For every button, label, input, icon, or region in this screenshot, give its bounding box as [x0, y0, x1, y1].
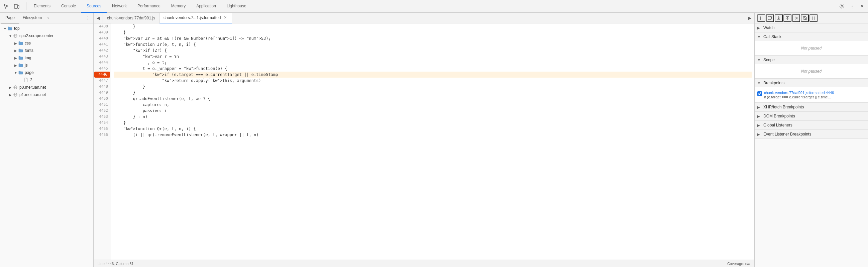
section-label: XHR/fetch Breakpoints [763, 105, 804, 110]
tree-arrow: ▶ [13, 64, 18, 67]
code-line: "kw">function Jr(e, t, n, i) { [114, 41, 752, 48]
tree-item-top[interactable]: ▼top [0, 25, 93, 32]
section-content-scope: Not paused [755, 64, 868, 78]
code-tabs-bar: ◀ chunk-vendors.77daf991.js chunk-vendor… [94, 13, 754, 23]
step-over-btn[interactable] [766, 14, 774, 22]
line-number: 4448 [94, 84, 111, 90]
section-header-xhr-fetch[interactable]: ▶XHR/fetch Breakpoints [755, 103, 868, 111]
deactivate-breakpoints-btn[interactable] [801, 14, 809, 22]
tab-lighthouse[interactable]: Lighthouse [221, 0, 252, 13]
close-code-tab-btn[interactable]: ✕ [223, 16, 228, 20]
section-header-dom-breakpoints[interactable]: ▶DOM Breakpoints [755, 112, 868, 120]
right-panel: ⏸ ⏸ ▶Watch▼Call StackNot paused▼ScopeNot… [754, 13, 868, 267]
code-panel: ◀ chunk-vendors.77daf991.js chunk-vendor… [94, 13, 754, 267]
tree-arrow: ▶ [8, 93, 13, 97]
tree-item-fonts[interactable]: ▶fonts [0, 47, 93, 54]
line-number[interactable]: 4446 [94, 71, 110, 78]
folder-icon [18, 55, 23, 61]
tab-network[interactable]: Network [107, 0, 132, 13]
folder-icon [18, 70, 23, 75]
tree-item-2[interactable]: 2 [0, 76, 93, 84]
section-header-call-stack[interactable]: ▼Call Stack [755, 32, 868, 41]
line-number: 4440 [94, 35, 111, 41]
settings-btn[interactable] [837, 2, 846, 11]
section-dom-breakpoints: ▶DOM Breakpoints [755, 112, 868, 121]
close-devtools-btn[interactable]: ✕ [857, 2, 867, 11]
section-header-watch[interactable]: ▶Watch [755, 23, 868, 32]
code-line: } [114, 120, 752, 126]
code-tab-1[interactable]: chunk-vendors.77daf991.js [103, 13, 159, 23]
tree-item-label: css [25, 41, 31, 46]
svg-rect-1 [18, 5, 19, 8]
section-event-listener-breakpoints: ▶Event Listener Breakpoints [755, 130, 868, 139]
section-label: Scope [763, 58, 775, 62]
section-content-breakpoints: chunk-vendors.77daf991.js:formatted:4446… [755, 87, 868, 102]
step-into-btn[interactable] [775, 14, 783, 22]
panel-tab-menu[interactable]: ⋮ [84, 16, 92, 21]
tree-item-css[interactable]: ▶css [0, 39, 93, 47]
left-panel-tabs: Page Filesystem » ⋮ [0, 13, 93, 23]
tree-arrow: ▶ [8, 86, 13, 89]
tab-memory[interactable]: Memory [166, 0, 191, 13]
tree-arrow: ▶ [13, 56, 18, 60]
tree-item-p0.meituan.net[interactable]: ▶p0.meituan.net [0, 84, 93, 91]
code-line: t = o._wrapper = "kw">function(e) { [114, 66, 752, 71]
tree-item-page[interactable]: ▼page [0, 69, 93, 76]
file-icon [23, 77, 29, 83]
code-tab-2[interactable]: chunk-vendors.7...1.js:formatted ✕ [159, 13, 232, 23]
tree-item-label: js [25, 63, 28, 67]
section-watch: ▶Watch [755, 23, 868, 32]
section-header-breakpoints[interactable]: ▼Breakpoints [755, 79, 868, 87]
tab-console[interactable]: Console [56, 0, 81, 13]
code-tab-prev-btn[interactable]: ◀ [94, 13, 103, 23]
tree-item-p1.meituan.net[interactable]: ▶p1.meituan.net [0, 91, 93, 98]
tree-item-spa2.scrape.center[interactable]: ▼spa2.scrape.center [0, 32, 93, 39]
code-line: } [114, 84, 752, 90]
tab-elements[interactable]: Elements [28, 0, 56, 13]
pause-on-exceptions-btn[interactable]: ⏸ [809, 14, 817, 22]
section-header-global-listeners[interactable]: ▶Global Listeners [755, 121, 868, 129]
code-area[interactable]: 4438443944404441444244434444444544464447… [94, 23, 754, 260]
line-number: 4454 [94, 120, 111, 126]
tree-item-label: fonts [25, 48, 33, 53]
tab-performance[interactable]: Performance [132, 0, 166, 13]
step-out-btn[interactable] [783, 14, 792, 22]
section-label: Call Stack [763, 34, 781, 39]
device-toolbar-btn[interactable] [12, 2, 22, 11]
code-tab-play-btn[interactable]: ▶ [745, 13, 754, 23]
tree-arrow: ▶ [13, 49, 18, 53]
code-line: "kw">if (Zr) { [114, 48, 752, 54]
tab-application[interactable]: Application [191, 0, 221, 13]
tree-arrow: ▼ [13, 71, 18, 75]
breakpoint-code: if (e.target === e.currentTarget || e.ti… [764, 95, 834, 99]
tree-item-label: p1.meituan.net [20, 92, 46, 97]
tab-page[interactable]: Page [1, 13, 19, 23]
more-panel-tabs[interactable]: » [47, 16, 49, 20]
code-content: } } "kw">var Zr = at && !(re && Number(r… [111, 23, 754, 260]
section-call-stack: ▼Call StackNot paused [755, 32, 868, 56]
line-number: 4451 [94, 102, 111, 108]
svg-rect-0 [14, 4, 18, 8]
tab-sources[interactable]: Sources [81, 0, 107, 13]
tree-item-img[interactable]: ▶img [0, 54, 93, 62]
pause-btn[interactable]: ⏸ [757, 14, 765, 22]
inspect-element-btn[interactable] [1, 2, 11, 11]
more-options-btn[interactable]: ⋮ [847, 2, 857, 11]
folder-icon [18, 40, 23, 46]
code-line: } [114, 29, 752, 35]
file-tree: ▼top▼spa2.scrape.center▶css▶fonts▶img▶js… [0, 23, 93, 267]
code-line: passive: i [114, 108, 752, 114]
step-btn[interactable] [792, 14, 800, 22]
section-header-event-listener-breakpoints[interactable]: ▶Event Listener Breakpoints [755, 130, 868, 139]
right-sections: ▶Watch▼Call StackNot paused▼ScopeNot pau… [755, 23, 868, 139]
folder-icon [18, 48, 23, 53]
section-label: DOM Breakpoints [763, 114, 795, 118]
section-header-scope[interactable]: ▼Scope [755, 56, 868, 64]
breakpoint-file: chunk-vendors.77daf991.js:formatted:4446 [764, 91, 834, 95]
section-breakpoints: ▼Breakpointschunk-vendors.77daf991.js:fo… [755, 79, 868, 103]
breakpoint-checkbox[interactable] [757, 91, 762, 96]
tab-filesystem[interactable]: Filesystem [19, 13, 46, 23]
line-number: 4456 [94, 132, 111, 138]
tree-item-js[interactable]: ▶js [0, 62, 93, 69]
line-number: 4455 [94, 126, 111, 132]
